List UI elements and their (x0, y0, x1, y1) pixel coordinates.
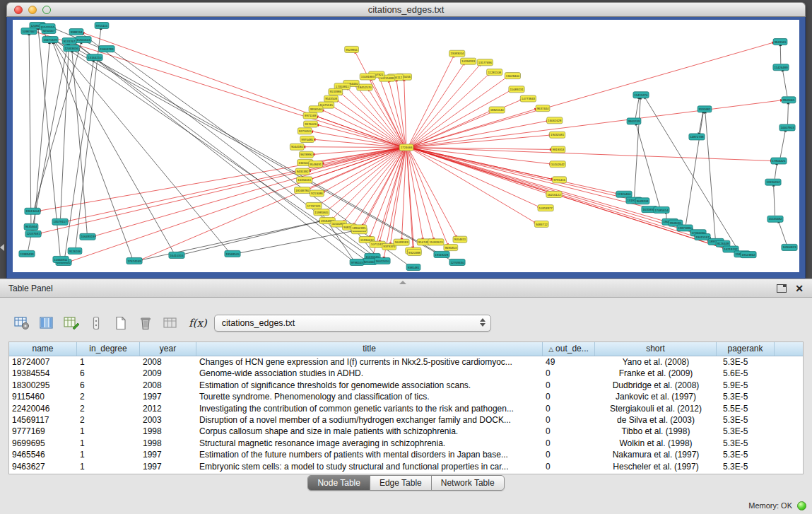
table-row[interactable]: 1456911722003Disruption of a novel membe… (9, 414, 803, 426)
network-canvas[interactable]: 1724066165850561846611215155488162079211… (13, 20, 799, 272)
function-builder-button[interactable]: f(x) (189, 317, 207, 329)
graph-edge (411, 66, 479, 145)
column-header-name[interactable]: name (9, 342, 77, 356)
graph-node-label: 13577696 (478, 61, 493, 64)
table-row[interactable]: 977716911998Corpus callosum shape and si… (9, 426, 803, 437)
cell-year: 1997 (140, 461, 196, 472)
graph-edge (79, 50, 452, 261)
cell-in_degree: 1 (77, 461, 140, 472)
row-filler (775, 380, 803, 391)
graph-node-label: 11281108 (488, 71, 501, 74)
tab-node-table[interactable]: Node Table (308, 476, 370, 490)
graph-edge (409, 151, 447, 243)
graph-node-label: 9320388 (408, 251, 420, 255)
cell-pagerank: 5.3E-5 (717, 449, 775, 460)
cell-name: 18724007 (9, 356, 77, 368)
table-row[interactable]: 1872400712008Changes of HCN gene express… (9, 356, 803, 368)
cell-in_degree: 2 (77, 414, 140, 426)
table-panel-header[interactable]: Table Panel ✕ (0, 279, 812, 298)
minimize-button[interactable] (28, 6, 37, 14)
edit-table-icon[interactable] (61, 313, 82, 333)
graph-edge (334, 107, 401, 146)
tab-network-table[interactable]: Network Table (432, 476, 504, 490)
collapse-panel-icon[interactable] (0, 244, 4, 251)
graph-node-label: 10900823 (782, 246, 796, 250)
cell-year: 2003 (140, 414, 196, 426)
graph-node-label: 9379370 (383, 245, 395, 248)
column-header-pagerank[interactable]: pagerank (717, 342, 775, 356)
window-titlebar[interactable]: citations_edges.txt (6, 2, 806, 17)
cell-out_degree: 0 (543, 380, 595, 391)
graph-edge (53, 44, 132, 258)
graph-node-label: 16216122 (547, 193, 561, 197)
graph-node-label: 9635664 (25, 225, 37, 228)
cell-pagerank: 5.3E-5 (717, 356, 775, 368)
close-button[interactable] (14, 6, 23, 14)
graph-edge (313, 132, 400, 146)
table-row[interactable]: 946554611997Estimation of the future num… (9, 449, 803, 460)
graph-node-label: 9755115 (96, 24, 108, 28)
graph-edge (96, 148, 401, 235)
graph-node-label: 9126448 (717, 242, 729, 245)
graph-node-label: 17674169 (127, 259, 141, 263)
table-row[interactable]: 969969511998Structural magnetic resonanc… (9, 438, 803, 449)
table-tabs: Node TableEdge TableNetwork Table (307, 475, 504, 491)
float-panel-icon[interactable] (777, 284, 787, 293)
graph-edge (71, 148, 400, 261)
delete-icon[interactable] (135, 313, 156, 333)
import-table-icon[interactable] (160, 313, 181, 333)
graph-node-label: 9273053 (299, 129, 311, 133)
graph-node-label: 9385481 (408, 266, 420, 269)
split-pane-handle-icon[interactable] (399, 281, 406, 284)
row-filler (775, 438, 803, 449)
cell-out_degree: 0 (543, 426, 595, 437)
cell-year: 2008 (140, 380, 196, 391)
graph-node-label: 15581883 (361, 75, 375, 78)
column-header-year[interactable]: year (140, 342, 196, 356)
cell-out_degree: 0 (543, 449, 595, 460)
cell-out_degree: 0 (543, 368, 595, 379)
table-row[interactable]: 946362711997Embryonic stem cells: a mode… (9, 461, 803, 472)
column-header-out_degree[interactable]: △out_de... (543, 342, 595, 356)
table-row[interactable]: 1938455462009Genome-wide association stu… (9, 368, 803, 379)
memory-indicator-icon[interactable] (797, 501, 806, 510)
cell-year: 2008 (140, 356, 196, 368)
cell-title: Tourette syndrome. Phenomenology and cla… (196, 391, 543, 402)
table-selector-combobox[interactable]: citations_edges.txt (214, 315, 491, 332)
table-row[interactable]: 2242004622012Investigating the contribut… (9, 403, 803, 414)
graph-edge (56, 43, 228, 251)
graph-node-label: 9133986 (329, 90, 341, 93)
show-columns-icon[interactable] (36, 313, 57, 333)
close-panel-icon[interactable]: ✕ (795, 284, 804, 293)
graph-node-label: 9548491 (310, 163, 322, 166)
graph-node-label: 13083054 (450, 52, 464, 55)
row-filler (775, 414, 803, 426)
cell-name: 9465546 (9, 449, 77, 460)
graph-node-label: 17353811 (336, 85, 349, 88)
table-row[interactable]: 1830029562008Estimation of significance … (9, 380, 803, 391)
graph-edge (413, 148, 635, 200)
new-file-icon[interactable] (110, 313, 131, 333)
cell-name: 14569117 (9, 414, 77, 426)
column-header-short[interactable]: short (595, 342, 717, 356)
zoom-button[interactable] (42, 6, 51, 14)
graph-node-label: 9054651 (454, 238, 466, 241)
graph-node-label: 17420460 (617, 192, 631, 196)
slim-column-icon[interactable] (86, 313, 107, 333)
tab-edge-table[interactable]: Edge Table (370, 476, 432, 490)
table-toolbar: f(x) citations_edges.txt (11, 313, 491, 334)
graph-node-label: 16356011 (298, 178, 311, 182)
table-row[interactable]: 911546021997Tourette syndrome. Phenomeno… (9, 391, 803, 402)
column-header-title[interactable]: title (196, 342, 543, 356)
row-filler (775, 391, 803, 402)
cell-year: 2012 (140, 403, 196, 414)
table-options-icon[interactable] (11, 313, 33, 333)
graph-node-label: 9174767 (64, 40, 76, 43)
cell-name: 19384554 (9, 368, 77, 379)
graph-edge (699, 112, 702, 132)
graph-node-label: 19015167 (695, 235, 710, 239)
graph-node-label: 13164210 (88, 56, 102, 59)
cell-in_degree: 2 (77, 391, 140, 402)
column-header-in_degree[interactable]: in_degree (77, 342, 140, 356)
cell-in_degree: 1 (77, 438, 140, 449)
